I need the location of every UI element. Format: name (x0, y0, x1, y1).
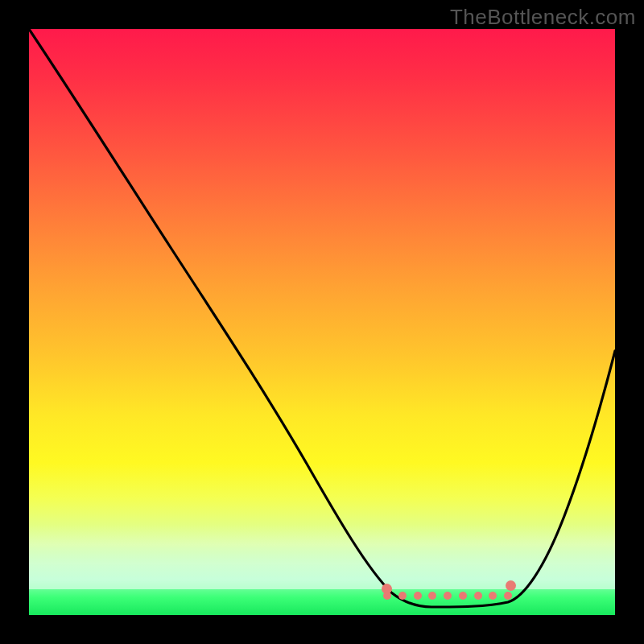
optimal-marker-dot (383, 592, 391, 600)
bottleneck-curve (29, 29, 615, 615)
curve-path (29, 29, 615, 607)
chart-frame: TheBottleneck.com (0, 0, 644, 644)
optimal-marker-dot (459, 592, 467, 600)
watermark-text: TheBottleneck.com (450, 5, 636, 30)
optimal-marker-dot (504, 592, 512, 600)
optimal-marker-dot (414, 592, 422, 600)
plot-area (29, 29, 615, 615)
optimal-range-markers (383, 591, 512, 601)
optimal-marker-dot (474, 592, 482, 600)
optimal-range-end-marker (506, 580, 516, 591)
optimal-marker-dot (398, 592, 407, 600)
optimal-marker-dot (444, 592, 452, 600)
optimal-marker-dot (489, 592, 497, 600)
optimal-marker-dot (428, 592, 436, 600)
